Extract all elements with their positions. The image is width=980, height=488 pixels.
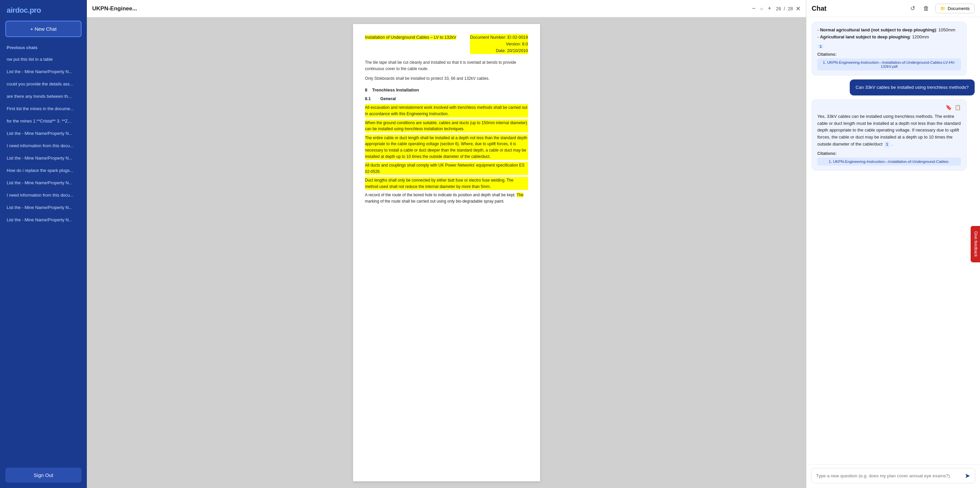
previous-chats-label: Previous chats [0,43,87,54]
sign-out-button[interactable]: Sign Out [5,467,81,483]
document-viewer: UKPN-Enginee... − ○ + 26 / 28 ✕ Installa… [87,0,806,488]
undo-button[interactable]: ↺ [908,3,917,13]
ai-message-bottom: 🔖 📋 Yes, 33kV cables can be installed us… [811,100,967,171]
chat-list-item[interactable]: for the mines 1.**Cristal** 3. **Z... [3,115,84,127]
citation-badge-bottom: 1 [885,141,890,147]
page-separator: / [784,6,785,11]
chat-list-item[interactable]: could you provide the details ass... [3,78,84,90]
app-logo: airdoc.pro [0,0,87,19]
chat-list-item[interactable]: First list the mines in the docume... [3,103,84,114]
citations-top-label: Citations: [817,52,961,57]
doc-title-highlight: Installation of Underground Cables – LV … [365,35,457,40]
doc-para-4: All ducts and couplings shall comply wit… [365,162,528,175]
doc-date: Date: 20/10/2010 [470,48,528,54]
doc-body: Installation of Underground Cables – LV … [87,17,806,488]
ai-message-top: - Normal agricultural land (not subject … [811,22,967,75]
chat-list-item[interactable]: List the - Mine Name/Property N... [3,152,84,164]
doc-header-right: Document Number: EI 02-0019 Version: 8.0… [470,34,528,54]
chat-list-item[interactable]: List the - Mine Name/Property N... [3,66,84,78]
doc-subsection-8-1: 8.1 General [365,95,528,102]
chat-list-item[interactable]: List the - Mine Name/Property N... [3,177,84,189]
chat-input-box: ➤ [811,468,975,483]
doc-para-5: Duct lengths shall only be connected by … [365,177,528,190]
citations-bottom-label: Citations: [817,151,961,156]
zoom-out-button[interactable]: − [750,4,757,13]
doc-page: Installation of Underground Cables – LV … [353,24,540,481]
doc-section-8: 8 Trenchless Installation [365,87,528,94]
citation-badge-top: 1 [818,44,823,48]
ai-message-actions: 🔖 📋 [817,105,961,111]
documents-button[interactable]: 📁 Documents [935,4,975,13]
ai-message-top-text: - Normal agricultural land (not subject … [817,27,961,41]
doc-header-row: Installation of Underground Cables – LV … [365,34,528,54]
doc-para-stokboards: Only Stokboards shall be installed to pr… [365,75,528,82]
doc-close-button[interactable]: ✕ [795,5,801,12]
folder-icon: 📁 [940,6,946,11]
chat-list: nw put this list in a tableList the - Mi… [0,54,87,464]
doc-number: Document Number: EI 02-0019 [470,34,528,41]
chat-messages: - Normal agricultural land (not subject … [806,17,980,464]
doc-toolbar: UKPN-Enginee... − ○ + 26 / 28 ✕ [87,0,806,17]
doc-controls: − ○ + 26 / 28 ✕ [750,4,801,13]
doc-version: Version: 8.0 [470,41,528,48]
send-button[interactable]: ➤ [965,472,970,480]
doc-para-tile-tape: The tile tape shall be cut cleanly and i… [365,59,528,72]
page-total: 28 [788,6,793,11]
doc-para-1: All excavation and reinstatement work in… [365,104,528,117]
doc-title: UKPN-Enginee... [92,5,746,12]
chat-list-item[interactable]: I need information from this docu... [3,140,84,152]
copy-button[interactable]: 📋 [955,105,961,111]
doc-header-left: Installation of Underground Cables – LV … [365,34,457,41]
ai-response-text: Yes, 33kV cables can be installed using … [817,113,961,148]
main-content: UKPN-Enginee... − ○ + 26 / 28 ✕ Installa… [87,0,980,488]
chat-input[interactable] [816,473,962,478]
chat-title: Chat [811,5,904,12]
chat-list-item[interactable]: List the - Mine Name/Property N... [3,127,84,139]
citation-bottom-link[interactable]: 1. UKPN-Engineering-Instruction---Instal… [817,158,961,166]
bookmark-button[interactable]: 🔖 [946,105,952,111]
zoom-indicator: ○ [760,6,763,11]
user-message: Can 33kV cables be installed using trenc… [850,79,975,95]
citation-top-link[interactable]: 1. UKPN-Engineering-Instruction---Instal… [817,59,961,70]
chat-input-area: ➤ [806,464,980,488]
chat-list-item[interactable]: nw put this list in a table [3,54,84,65]
doc-para-6-highlight: The [517,193,524,197]
delete-button[interactable]: 🗑 [921,4,931,13]
page-current: 26 [776,6,781,11]
doc-para-6-start: A record of the route of the bored hole … [365,193,516,197]
doc-para-6-end: marking of the route shall be carried ou… [365,199,505,204]
chat-header: Chat ↺ 🗑 📁 Documents [806,0,980,17]
chat-list-item[interactable]: I need information from this docu... [3,189,84,201]
chat-list-item[interactable]: List the - Mine Name/Property N... [3,201,84,213]
zoom-in-button[interactable]: + [765,4,773,13]
chat-panel: Chat ↺ 🗑 📁 Documents - Normal agricultur… [806,0,980,488]
doc-para-2: When the ground conditions are suitable,… [365,119,528,133]
sidebar: airdoc.pro + New Chat Previous chats nw … [0,0,87,488]
new-chat-button[interactable]: + New Chat [5,21,81,37]
documents-label: Documents [948,6,970,11]
chat-list-item[interactable]: are there any trends between th... [3,90,84,102]
chat-list-item[interactable]: List the - Mine Name/Property N... [3,214,84,226]
doc-para-3: The entire cable or duct length shall be… [365,135,528,160]
doc-para-6: A record of the route of the bored hole … [365,192,528,204]
ai-response-period: . [892,141,893,147]
feedback-tab[interactable]: Give feedback [971,226,980,262]
chat-list-item[interactable]: How do i replace the spark plugs... [3,165,84,176]
